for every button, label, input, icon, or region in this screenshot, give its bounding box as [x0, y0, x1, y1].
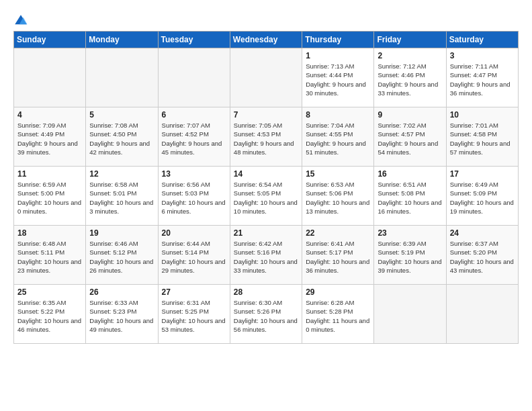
calendar-cell: 5Sunrise: 7:08 AM Sunset: 4:50 PM Daylig…	[86, 107, 158, 167]
calendar-cell: 16Sunrise: 6:51 AM Sunset: 5:08 PM Dayli…	[374, 167, 446, 226]
day-info: Sunrise: 7:08 AM Sunset: 4:50 PM Dayligh…	[89, 121, 154, 156]
day-number: 12	[89, 169, 154, 179]
day-number: 24	[450, 228, 515, 238]
day-info: Sunrise: 6:37 AM Sunset: 5:20 PM Dayligh…	[450, 239, 515, 275]
calendar-cell: 13Sunrise: 6:56 AM Sunset: 5:03 PM Dayli…	[158, 167, 230, 226]
calendar-cell: 20Sunrise: 6:44 AM Sunset: 5:14 PM Dayli…	[158, 226, 230, 285]
logo	[13, 13, 31, 28]
day-info: Sunrise: 6:39 AM Sunset: 5:19 PM Dayligh…	[378, 239, 442, 275]
calendar-cell: 8Sunrise: 7:04 AM Sunset: 4:55 PM Daylig…	[302, 107, 374, 167]
calendar-cell: 9Sunrise: 7:02 AM Sunset: 4:57 PM Daylig…	[374, 107, 446, 167]
calendar-cell: 3Sunrise: 7:11 AM Sunset: 4:47 PM Daylig…	[446, 48, 518, 107]
day-info: Sunrise: 6:41 AM Sunset: 5:17 PM Dayligh…	[306, 239, 370, 275]
day-info: Sunrise: 6:51 AM Sunset: 5:08 PM Dayligh…	[378, 180, 442, 216]
day-number: 5	[89, 110, 154, 120]
day-number: 9	[378, 110, 442, 120]
day-info: Sunrise: 7:09 AM Sunset: 4:49 PM Dayligh…	[17, 121, 82, 156]
calendar-cell	[86, 48, 158, 107]
day-number: 21	[234, 228, 298, 238]
weekday-header-row: SundayMondayTuesdayWednesdayThursdayFrid…	[14, 32, 519, 48]
day-info: Sunrise: 6:59 AM Sunset: 5:00 PM Dayligh…	[17, 180, 82, 216]
day-number: 26	[89, 287, 154, 297]
day-number: 17	[450, 169, 515, 179]
weekday-header-saturday: Saturday	[446, 32, 518, 48]
logo-icon	[13, 13, 28, 28]
calendar-cell: 11Sunrise: 6:59 AM Sunset: 5:00 PM Dayli…	[14, 167, 86, 226]
day-info: Sunrise: 6:42 AM Sunset: 5:16 PM Dayligh…	[234, 239, 298, 275]
calendar-cell: 1Sunrise: 7:13 AM Sunset: 4:44 PM Daylig…	[302, 48, 374, 107]
day-number: 3	[450, 51, 515, 60]
day-number: 27	[162, 287, 226, 297]
day-number: 11	[17, 169, 82, 179]
day-info: Sunrise: 7:01 AM Sunset: 4:58 PM Dayligh…	[450, 121, 515, 156]
weekday-header-tuesday: Tuesday	[158, 32, 230, 48]
calendar-cell: 7Sunrise: 7:05 AM Sunset: 4:53 PM Daylig…	[230, 107, 302, 167]
day-number: 8	[306, 110, 370, 120]
day-info: Sunrise: 6:31 AM Sunset: 5:25 PM Dayligh…	[162, 298, 226, 334]
calendar-cell: 15Sunrise: 6:53 AM Sunset: 5:06 PM Dayli…	[302, 167, 374, 226]
day-info: Sunrise: 7:11 AM Sunset: 4:47 PM Dayligh…	[450, 62, 515, 97]
day-number: 13	[162, 169, 226, 179]
day-info: Sunrise: 7:12 AM Sunset: 4:46 PM Dayligh…	[378, 62, 442, 97]
calendar-cell	[14, 48, 86, 107]
calendar-cell: 17Sunrise: 6:49 AM Sunset: 5:09 PM Dayli…	[446, 167, 518, 226]
day-info: Sunrise: 6:53 AM Sunset: 5:06 PM Dayligh…	[306, 180, 370, 216]
calendar-cell: 6Sunrise: 7:07 AM Sunset: 4:52 PM Daylig…	[158, 107, 230, 167]
day-number: 6	[162, 110, 226, 120]
weekday-header-sunday: Sunday	[14, 32, 86, 48]
day-number: 16	[378, 169, 442, 179]
calendar-cell	[158, 48, 230, 107]
day-info: Sunrise: 6:54 AM Sunset: 5:05 PM Dayligh…	[234, 180, 298, 216]
calendar-cell: 19Sunrise: 6:46 AM Sunset: 5:12 PM Dayli…	[86, 226, 158, 285]
day-number: 22	[306, 228, 370, 238]
calendar-week-row: 25Sunrise: 6:35 AM Sunset: 5:22 PM Dayli…	[14, 285, 519, 344]
calendar-cell: 12Sunrise: 6:58 AM Sunset: 5:01 PM Dayli…	[86, 167, 158, 226]
day-number: 29	[306, 287, 370, 297]
day-number: 25	[17, 287, 82, 297]
day-info: Sunrise: 7:02 AM Sunset: 4:57 PM Dayligh…	[378, 121, 442, 156]
day-info: Sunrise: 6:58 AM Sunset: 5:01 PM Dayligh…	[89, 180, 154, 216]
day-number: 19	[89, 228, 154, 238]
calendar-table: SundayMondayTuesdayWednesdayThursdayFrid…	[13, 31, 519, 344]
calendar-week-row: 18Sunrise: 6:48 AM Sunset: 5:11 PM Dayli…	[14, 226, 519, 285]
day-info: Sunrise: 6:48 AM Sunset: 5:11 PM Dayligh…	[17, 239, 82, 275]
day-number: 15	[306, 169, 370, 179]
calendar-cell: 4Sunrise: 7:09 AM Sunset: 4:49 PM Daylig…	[14, 107, 86, 167]
day-info: Sunrise: 7:05 AM Sunset: 4:53 PM Dayligh…	[234, 121, 298, 156]
day-info: Sunrise: 7:04 AM Sunset: 4:55 PM Dayligh…	[306, 121, 370, 156]
weekday-header-wednesday: Wednesday	[230, 32, 302, 48]
calendar-cell: 28Sunrise: 6:30 AM Sunset: 5:26 PM Dayli…	[230, 285, 302, 344]
day-number: 20	[162, 228, 226, 238]
weekday-header-monday: Monday	[86, 32, 158, 48]
calendar-week-row: 4Sunrise: 7:09 AM Sunset: 4:49 PM Daylig…	[14, 107, 519, 167]
day-number: 1	[306, 51, 370, 60]
calendar-cell: 25Sunrise: 6:35 AM Sunset: 5:22 PM Dayli…	[14, 285, 86, 344]
weekday-header-thursday: Thursday	[302, 32, 374, 48]
day-info: Sunrise: 7:07 AM Sunset: 4:52 PM Dayligh…	[162, 121, 226, 156]
calendar-cell	[446, 285, 518, 344]
day-number: 23	[378, 228, 442, 238]
day-info: Sunrise: 6:49 AM Sunset: 5:09 PM Dayligh…	[450, 180, 515, 216]
day-number: 4	[17, 110, 82, 120]
weekday-header-friday: Friday	[374, 32, 446, 48]
calendar-week-row: 11Sunrise: 6:59 AM Sunset: 5:00 PM Dayli…	[14, 167, 519, 226]
day-info: Sunrise: 6:30 AM Sunset: 5:26 PM Dayligh…	[234, 298, 298, 334]
day-info: Sunrise: 6:44 AM Sunset: 5:14 PM Dayligh…	[162, 239, 226, 275]
calendar-cell: 26Sunrise: 6:33 AM Sunset: 5:23 PM Dayli…	[86, 285, 158, 344]
calendar-cell: 27Sunrise: 6:31 AM Sunset: 5:25 PM Dayli…	[158, 285, 230, 344]
day-info: Sunrise: 7:13 AM Sunset: 4:44 PM Dayligh…	[306, 62, 370, 97]
calendar-cell: 2Sunrise: 7:12 AM Sunset: 4:46 PM Daylig…	[374, 48, 446, 107]
calendar-cell: 22Sunrise: 6:41 AM Sunset: 5:17 PM Dayli…	[302, 226, 374, 285]
calendar-cell: 21Sunrise: 6:42 AM Sunset: 5:16 PM Dayli…	[230, 226, 302, 285]
calendar-cell: 14Sunrise: 6:54 AM Sunset: 5:05 PM Dayli…	[230, 167, 302, 226]
day-info: Sunrise: 6:56 AM Sunset: 5:03 PM Dayligh…	[162, 180, 226, 216]
calendar-cell: 18Sunrise: 6:48 AM Sunset: 5:11 PM Dayli…	[14, 226, 86, 285]
calendar-cell	[230, 48, 302, 107]
calendar-cell: 10Sunrise: 7:01 AM Sunset: 4:58 PM Dayli…	[446, 107, 518, 167]
day-number: 14	[234, 169, 298, 179]
day-number: 7	[234, 110, 298, 120]
day-info: Sunrise: 6:35 AM Sunset: 5:22 PM Dayligh…	[17, 298, 82, 334]
calendar-cell: 24Sunrise: 6:37 AM Sunset: 5:20 PM Dayli…	[446, 226, 518, 285]
day-info: Sunrise: 6:28 AM Sunset: 5:28 PM Dayligh…	[306, 298, 370, 334]
day-number: 18	[17, 228, 82, 238]
